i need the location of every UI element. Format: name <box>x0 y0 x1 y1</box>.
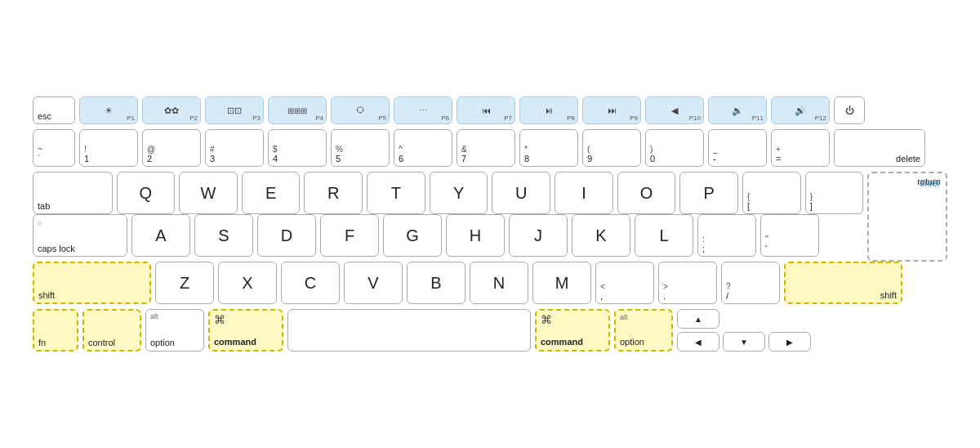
d-key[interactable]: D <box>257 214 316 257</box>
rcommand-key[interactable]: ⌘ command <box>535 309 610 352</box>
comma-key[interactable]: < , <box>595 262 654 304</box>
x-key[interactable]: X <box>218 262 277 304</box>
o-key[interactable]: O <box>617 172 676 214</box>
esc-key[interactable]: esc <box>33 96 75 124</box>
rshift-key[interactable]: shift <box>784 262 902 304</box>
4-key[interactable]: $ 4 <box>268 129 327 167</box>
f4-key[interactable]: ⊞⊞⊞ P4 <box>268 96 327 124</box>
g-key[interactable]: G <box>383 214 442 257</box>
rbracket-key[interactable]: } ] <box>805 172 864 214</box>
tilde-key[interactable]: ~ ` <box>33 129 75 167</box>
n-key[interactable]: N <box>470 262 528 304</box>
2-key[interactable]: @ 2 <box>142 129 201 167</box>
keyboard: esc ☀ P1 ✿✿ P2 ⊡⊡ P3 ⊞⊞⊞ P4 🌣 P5 ⋯ P6 <box>16 83 964 365</box>
period-key[interactable]: > . <box>658 262 717 304</box>
zxcv-row: shift Z X C V B N M < , > . <box>33 262 947 304</box>
minus-key[interactable]: _ - <box>708 129 767 167</box>
j-key[interactable]: J <box>509 214 568 257</box>
down-arrow-key[interactable]: ▼ <box>723 332 765 352</box>
5-key[interactable]: % 5 <box>331 129 390 167</box>
power-key[interactable]: ⏻ <box>834 96 865 124</box>
z-key[interactable]: Z <box>155 262 214 304</box>
f3-key[interactable]: ⊡⊡ P3 <box>205 96 264 124</box>
y-key[interactable]: Y <box>430 172 488 214</box>
asdf-row: ○ caps lock A S D F G H J K L : <box>33 214 947 257</box>
control-key[interactable]: control <box>82 309 141 352</box>
0-key[interactable]: ) 0 <box>645 129 704 167</box>
capslock-key[interactable]: ○ caps lock <box>33 214 127 257</box>
semicolon-key[interactable]: : ; <box>697 214 756 257</box>
9-key[interactable]: ( 9 <box>582 129 641 167</box>
lcommand-key[interactable]: ⌘ command <box>208 309 283 352</box>
f2-key[interactable]: ✿✿ P2 <box>142 96 201 124</box>
f5-key[interactable]: 🌣 P5 <box>331 96 390 124</box>
8-key[interactable]: * 8 <box>519 129 578 167</box>
l-key[interactable]: L <box>635 214 693 257</box>
delete-key[interactable]: delete <box>834 129 925 167</box>
f9-key[interactable]: ⏭ P9 <box>582 96 641 124</box>
roption-key[interactable]: alt option <box>614 309 673 352</box>
number-row: ~ ` ! 1 @ 2 # 3 $ 4 % 5 ^ 6 & 7 <box>33 129 947 167</box>
a-key[interactable]: A <box>131 214 190 257</box>
lbracket-key[interactable]: { [ <box>742 172 801 214</box>
f-key[interactable]: F <box>320 214 379 257</box>
quote-key[interactable]: " ' <box>760 214 819 257</box>
lshift-key[interactable]: shift <box>33 262 151 304</box>
arrow-bottom: ◀ ▼ ▶ <box>677 332 811 352</box>
m-key[interactable]: M <box>532 262 591 304</box>
equals-key[interactable]: + = <box>771 129 830 167</box>
s-key[interactable]: S <box>194 214 253 257</box>
f12-key[interactable]: 🔊 P12 <box>771 96 830 124</box>
loption-key[interactable]: alt option <box>145 309 204 352</box>
f1-key[interactable]: ☀ P1 <box>79 96 138 124</box>
e-key[interactable]: E <box>242 172 301 214</box>
h-key[interactable]: H <box>446 214 505 257</box>
t-key[interactable]: T <box>367 172 425 214</box>
q-key[interactable]: Q <box>117 172 176 214</box>
f7-key[interactable]: ⏮ P7 <box>457 96 515 124</box>
fn-key[interactable]: fn <box>33 309 78 352</box>
u-key[interactable]: U <box>492 172 550 214</box>
enter-key[interactable]: enter return <box>867 172 947 262</box>
slash-key[interactable]: ? / <box>721 262 780 304</box>
p-key[interactable]: P <box>679 172 738 214</box>
f10-key[interactable]: ◀ P10 <box>645 96 704 124</box>
f6-key[interactable]: ⋯ P6 <box>394 96 452 124</box>
bottom-row: fn control alt option ⌘ command ⌘ comman… <box>33 309 947 352</box>
right-arrow-key[interactable]: ▶ <box>768 332 811 352</box>
b-key[interactable]: B <box>407 262 466 304</box>
tab-key[interactable]: tab <box>33 172 113 214</box>
3-key[interactable]: # 3 <box>205 129 264 167</box>
f8-key[interactable]: ⏯ P8 <box>519 96 578 124</box>
v-key[interactable]: V <box>344 262 403 304</box>
1-key[interactable]: ! 1 <box>79 129 138 167</box>
up-arrow-key[interactable]: ▲ <box>677 309 719 329</box>
6-key[interactable]: ^ 6 <box>394 129 452 167</box>
r-key[interactable]: R <box>304 172 363 214</box>
left-arrow-key[interactable]: ◀ <box>677 332 719 352</box>
k-key[interactable]: K <box>572 214 630 257</box>
fn-row: esc ☀ P1 ✿✿ P2 ⊡⊡ P3 ⊞⊞⊞ P4 🌣 P5 ⋯ P6 <box>33 96 947 124</box>
c-key[interactable]: C <box>281 262 340 304</box>
f11-key[interactable]: 🔉 P11 <box>708 96 767 124</box>
space-key[interactable] <box>287 309 531 352</box>
w-key[interactable]: W <box>179 172 238 214</box>
arrow-cluster: ▲ ◀ ▼ ▶ <box>677 309 811 352</box>
i-key[interactable]: I <box>555 172 613 214</box>
7-key[interactable]: & 7 <box>457 129 515 167</box>
